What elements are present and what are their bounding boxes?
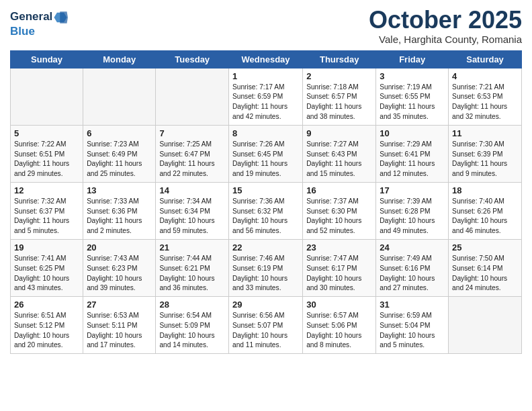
logo: General Blue [10,10,68,38]
day-cell: 27Sunrise: 6:53 AMSunset: 5:11 PMDayligh… [83,297,156,354]
day-number: 18 [452,185,518,195]
week-row-4: 19Sunrise: 7:41 AMSunset: 6:25 PMDayligh… [11,239,522,296]
day-info: Sunrise: 7:33 AMSunset: 6:36 PMDaylight:… [87,197,152,236]
day-info: Sunrise: 7:25 AMSunset: 6:47 PMDaylight:… [159,140,225,179]
week-row-1: 1Sunrise: 7:17 AMSunset: 6:59 PMDaylight… [11,68,522,125]
week-row-3: 12Sunrise: 7:32 AMSunset: 6:37 PMDayligh… [11,182,522,239]
day-number: 31 [380,300,445,310]
day-info: Sunrise: 6:59 AMSunset: 5:04 PMDaylight:… [380,311,445,351]
day-number: 16 [306,185,372,195]
day-cell: 15Sunrise: 7:36 AMSunset: 6:32 PMDayligh… [228,182,302,239]
day-number: 12 [14,185,79,195]
day-cell: 9Sunrise: 7:27 AMSunset: 6:43 PMDaylight… [303,125,376,182]
day-cell: 2Sunrise: 7:18 AMSunset: 6:57 PMDaylight… [303,68,376,125]
day-number: 4 [452,71,518,81]
day-info: Sunrise: 6:53 AMSunset: 5:11 PMDaylight:… [87,311,152,351]
day-info: Sunrise: 7:47 AMSunset: 6:17 PMDaylight:… [306,254,372,293]
day-cell [449,297,522,354]
week-row-2: 5Sunrise: 7:22 AMSunset: 6:51 PMDaylight… [11,125,522,182]
day-info: Sunrise: 7:36 AMSunset: 6:32 PMDaylight:… [232,197,299,236]
day-number: 7 [159,128,225,138]
day-number: 14 [159,185,225,195]
day-cell: 30Sunrise: 6:57 AMSunset: 5:06 PMDayligh… [303,297,376,354]
day-info: Sunrise: 7:43 AMSunset: 6:23 PMDaylight:… [87,254,152,293]
day-cell: 26Sunrise: 6:51 AMSunset: 5:12 PMDayligh… [11,297,83,354]
day-number: 26 [14,300,79,310]
day-info: Sunrise: 6:57 AMSunset: 5:06 PMDaylight:… [306,311,372,351]
day-info: Sunrise: 6:54 AMSunset: 5:09 PMDaylight:… [159,311,225,351]
day-info: Sunrise: 7:46 AMSunset: 6:19 PMDaylight:… [232,254,299,293]
day-number: 28 [159,300,225,310]
day-info: Sunrise: 7:29 AMSunset: 6:41 PMDaylight:… [380,140,445,179]
day-cell: 16Sunrise: 7:37 AMSunset: 6:30 PMDayligh… [303,182,376,239]
day-cell: 7Sunrise: 7:25 AMSunset: 6:47 PMDaylight… [156,125,229,182]
day-cell: 11Sunrise: 7:30 AMSunset: 6:39 PMDayligh… [449,125,522,182]
day-info: Sunrise: 7:22 AMSunset: 6:51 PMDaylight:… [14,140,79,179]
day-cell: 24Sunrise: 7:49 AMSunset: 6:16 PMDayligh… [376,239,449,296]
day-info: Sunrise: 7:21 AMSunset: 6:53 PMDaylight:… [452,83,518,122]
day-info: Sunrise: 7:19 AMSunset: 6:55 PMDaylight:… [380,83,445,122]
day-number: 3 [380,71,445,81]
day-number: 23 [306,242,372,253]
day-info: Sunrise: 7:18 AMSunset: 6:57 PMDaylight:… [306,83,372,122]
day-number: 9 [306,128,372,138]
day-number: 20 [87,242,152,253]
day-cell: 3Sunrise: 7:19 AMSunset: 6:55 PMDaylight… [376,68,449,125]
day-number: 6 [87,128,152,138]
day-number: 11 [452,128,518,138]
day-number: 5 [14,128,79,138]
day-info: Sunrise: 7:37 AMSunset: 6:30 PMDaylight:… [306,197,372,236]
day-cell: 23Sunrise: 7:47 AMSunset: 6:17 PMDayligh… [303,239,376,296]
day-info: Sunrise: 7:40 AMSunset: 6:26 PMDaylight:… [452,197,518,236]
day-info: Sunrise: 7:44 AMSunset: 6:21 PMDaylight:… [159,254,225,293]
calendar-header-row: Sunday Monday Tuesday Wednesday Thursday… [11,50,522,68]
day-info: Sunrise: 7:30 AMSunset: 6:39 PMDaylight:… [452,140,518,179]
day-info: Sunrise: 6:51 AMSunset: 5:12 PMDaylight:… [14,311,79,351]
title-block: October 2025 Vale, Harghita County, Roma… [369,7,522,45]
day-cell: 8Sunrise: 7:26 AMSunset: 6:45 PMDaylight… [228,125,302,182]
day-number: 30 [306,300,372,310]
day-cell: 10Sunrise: 7:29 AMSunset: 6:41 PMDayligh… [376,125,449,182]
header-saturday: Saturday [449,50,522,68]
header-wednesday: Wednesday [228,50,302,68]
day-cell [11,68,83,125]
svg-marker-1 [60,11,69,24]
header-thursday: Thursday [303,50,376,68]
month-title: October 2025 [369,7,522,34]
day-info: Sunrise: 7:41 AMSunset: 6:25 PMDaylight:… [14,254,79,293]
day-cell: 19Sunrise: 7:41 AMSunset: 6:25 PMDayligh… [11,239,83,296]
day-info: Sunrise: 7:27 AMSunset: 6:43 PMDaylight:… [306,140,372,179]
day-number: 13 [87,185,152,195]
day-number: 19 [14,242,79,253]
logo-blue: Blue [10,25,68,38]
day-info: Sunrise: 7:50 AMSunset: 6:14 PMDaylight:… [452,254,518,293]
header-tuesday: Tuesday [156,50,229,68]
location: Vale, Harghita County, Romania [369,34,522,45]
day-number: 8 [232,128,299,138]
day-info: Sunrise: 7:39 AMSunset: 6:28 PMDaylight:… [380,197,445,236]
day-cell: 18Sunrise: 7:40 AMSunset: 6:26 PMDayligh… [449,182,522,239]
day-cell: 5Sunrise: 7:22 AMSunset: 6:51 PMDaylight… [11,125,83,182]
day-info: Sunrise: 7:26 AMSunset: 6:45 PMDaylight:… [232,140,299,179]
day-cell: 13Sunrise: 7:33 AMSunset: 6:36 PMDayligh… [83,182,156,239]
day-number: 15 [232,185,299,195]
day-info: Sunrise: 7:49 AMSunset: 6:16 PMDaylight:… [380,254,445,293]
day-number: 1 [232,71,299,81]
day-number: 27 [87,300,152,310]
day-number: 10 [380,128,445,138]
header-monday: Monday [83,50,156,68]
header-friday: Friday [376,50,449,68]
day-cell: 12Sunrise: 7:32 AMSunset: 6:37 PMDayligh… [11,182,83,239]
day-number: 25 [452,242,518,253]
header-sunday: Sunday [11,50,83,68]
day-number: 17 [380,185,445,195]
day-cell: 22Sunrise: 7:46 AMSunset: 6:19 PMDayligh… [228,239,302,296]
day-cell: 25Sunrise: 7:50 AMSunset: 6:14 PMDayligh… [449,239,522,296]
day-number: 2 [306,71,372,81]
day-cell: 20Sunrise: 7:43 AMSunset: 6:23 PMDayligh… [83,239,156,296]
day-cell [156,68,229,125]
day-cell: 31Sunrise: 6:59 AMSunset: 5:04 PMDayligh… [376,297,449,354]
logo-text: General [10,10,68,25]
day-cell: 28Sunrise: 6:54 AMSunset: 5:09 PMDayligh… [156,297,229,354]
day-number: 29 [232,300,299,310]
